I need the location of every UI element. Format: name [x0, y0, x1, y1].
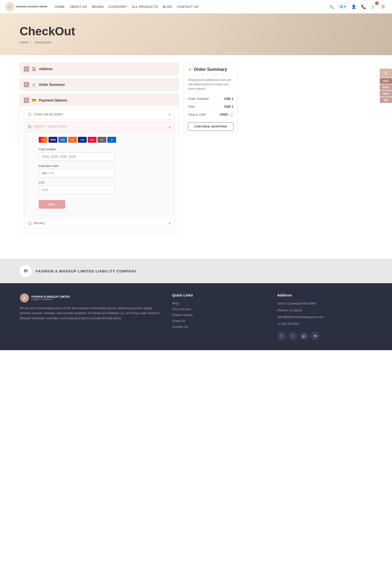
- navbar: FASHION & MAKEUP LIMITED HOME ABOUT US B…: [0, 0, 392, 13]
- credit-option-header[interactable]: CREDIT / DEBIT CARD ▴: [24, 122, 174, 132]
- credit-option-left: CREDIT / DEBIT CARD: [28, 125, 67, 128]
- summary-title: Order Summary: [194, 67, 227, 72]
- payment-header[interactable]: 3 💳 Payment Options: [20, 94, 179, 106]
- quick-links-title: Quick Links: [172, 293, 268, 297]
- hero-banner: CheckOut Home / Component: [0, 13, 392, 55]
- payment-title: Payment Options: [39, 98, 67, 102]
- cash-option-header[interactable]: CASH ON DILIVERY ▾: [24, 110, 174, 119]
- address-step-num: 1: [24, 66, 29, 72]
- pay-button[interactable]: PAY: [39, 200, 65, 209]
- card-number-input[interactable]: [39, 152, 115, 161]
- footer-phone: +1 623 755-8567: [277, 321, 372, 327]
- nav-category[interactable]: CATEGORY: [109, 5, 127, 9]
- order-summary-header[interactable]: 2 🛒 Order Summary: [20, 78, 179, 91]
- breadcrumb-home[interactable]: Home: [20, 40, 28, 44]
- facebook-icon[interactable]: f: [277, 332, 286, 340]
- summary-note: Shipping and additional costs are calcul…: [188, 78, 233, 91]
- globe-icon: 🌐: [340, 5, 343, 8]
- list-item: Your Account: [172, 307, 268, 311]
- subtotal-value: USD 1: [224, 97, 233, 101]
- expiry-label: Expiration date: [39, 164, 160, 168]
- cup-logo: CUP: [88, 137, 97, 143]
- breadcrumb-current: Component: [35, 40, 51, 44]
- nav-home[interactable]: HOME: [55, 5, 65, 9]
- paypal-radio[interactable]: [28, 222, 31, 225]
- list-item: Orders History: [172, 313, 268, 317]
- footer-description: We are one of the leading names in the s…: [20, 306, 162, 321]
- total-label: Total: [188, 105, 195, 108]
- search-button[interactable]: 🔍: [328, 3, 335, 11]
- cart-count: 1: [375, 1, 379, 5]
- google-plus-icon[interactable]: g+: [300, 332, 308, 340]
- footer-link-blog[interactable]: Blog: [172, 301, 179, 305]
- address-line1: 3104 E Camelback Rd #2868: [277, 301, 372, 307]
- cash-option-left: CASH ON DILIVERY: [28, 113, 63, 116]
- credit-card-form-container: MC VISA AMX DIS JCB CUP DC M Car: [24, 132, 174, 216]
- brand-name: FASHION & MAKEUP LIMITED LIABILITY COMPA…: [36, 269, 137, 273]
- paypal-label: PAYPAL: [34, 222, 45, 225]
- order-icon: 🛒: [32, 82, 37, 87]
- credit-radio[interactable]: [28, 125, 31, 128]
- cvc-group: CVC: [39, 181, 160, 194]
- footer-address-col: Address 3104 E Camelback Rd #2868 Phoeni…: [277, 293, 372, 340]
- nav-contact[interactable]: CONTACT US: [177, 5, 198, 9]
- language-selector[interactable]: 🌐 ▾: [337, 4, 348, 10]
- logo[interactable]: FASHION & MAKEUP LIMITED: [5, 2, 48, 12]
- nav-blog[interactable]: BLOG: [163, 5, 172, 9]
- currency-dollar-icon: $: [380, 69, 392, 77]
- summary-star-icon: ★: [188, 67, 192, 72]
- nav-icons: 🔍 🌐 ▾ 👤 📞 🛒 1 ☰: [328, 3, 387, 11]
- card-number-group: Card number: [39, 148, 160, 161]
- nav-about[interactable]: ABOUT US: [70, 5, 87, 9]
- continue-shopping-button[interactable]: CONTINUE SHOPPING: [188, 122, 233, 131]
- address-header[interactable]: 1 🏠 Address: [20, 63, 179, 75]
- logo-text: FASHION & MAKEUP LIMITED: [16, 5, 48, 8]
- currency-qr[interactable]: QR: [380, 97, 392, 103]
- list-item: About Us: [172, 319, 268, 323]
- social-icons: f t g+ ✉: [277, 332, 372, 340]
- twitter-icon[interactable]: t: [288, 332, 297, 340]
- email-icon[interactable]: ✉: [311, 332, 320, 340]
- order-summary-box: ★ Order Summary Shipping and additional …: [184, 63, 238, 135]
- credit-option: CREDIT / DEBIT CARD ▴ MC VISA AMX DIS JC…: [24, 122, 175, 216]
- expiry-input[interactable]: [39, 169, 115, 178]
- paypal-option-left: PAYPAL: [28, 222, 45, 225]
- payment-icon: 💳: [32, 98, 37, 103]
- discover-logo: DIS: [68, 137, 77, 143]
- breadcrumb-separator: /: [30, 40, 32, 44]
- brand-icon: M: [20, 265, 32, 277]
- paypal-chevron: ▾: [169, 221, 171, 225]
- footer-logo-name: FASHION & MAKEUP LIMITED LIABILITY COMPA…: [31, 295, 70, 301]
- cash-label: CASH ON DILIVERY: [34, 113, 63, 116]
- visa-logo: VISA: [49, 137, 57, 143]
- footer-link-account[interactable]: Your Account: [172, 307, 191, 311]
- footer-link-about[interactable]: About Us: [172, 319, 185, 323]
- footer-link-contact[interactable]: Contact Us: [172, 325, 188, 329]
- footer-link-orders[interactable]: Orders History: [172, 313, 193, 317]
- currency-usd[interactable]: USD: [380, 78, 392, 84]
- currency-sar[interactable]: SAR: [380, 84, 392, 90]
- subtotal-row: Order Subtotal USD 1: [188, 95, 233, 103]
- page-title: CheckOut: [20, 25, 75, 38]
- nav-all-products[interactable]: ALL PRODUCTS: [132, 5, 158, 9]
- nav-brand[interactable]: BRAND: [92, 5, 104, 9]
- menu-button[interactable]: ☰: [379, 3, 387, 11]
- cart-container: 🛒 1: [369, 3, 377, 11]
- phone-button[interactable]: 📞: [360, 3, 368, 11]
- paypal-option-header[interactable]: PAYPAL ▾: [24, 218, 174, 228]
- footer: FASHION & MAKEUP LIMITED LIABILITY COMPA…: [0, 283, 392, 350]
- footer-quick-links: Quick Links Blog Your Account Orders His…: [172, 293, 268, 340]
- cash-radio[interactable]: [28, 113, 31, 116]
- footer-brand-banner: M FASHION & MAKEUP LIMITED LIABILITY COM…: [0, 259, 392, 283]
- currency-aed[interactable]: AED: [380, 91, 392, 97]
- cvc-input[interactable]: [39, 186, 115, 194]
- breadcrumb: Home / Component: [20, 40, 75, 44]
- account-button[interactable]: 👤: [350, 3, 358, 11]
- cash-option: CASH ON DILIVERY ▾: [24, 109, 175, 120]
- total-info-icon: i: [230, 113, 233, 116]
- card-number-label: Card number: [39, 148, 160, 151]
- payment-step-num: 3: [24, 98, 29, 103]
- mastercard-logo: MC: [39, 137, 48, 143]
- address-col-title: Address: [277, 293, 372, 297]
- card-form: Card number Expiration date CVC: [24, 145, 174, 216]
